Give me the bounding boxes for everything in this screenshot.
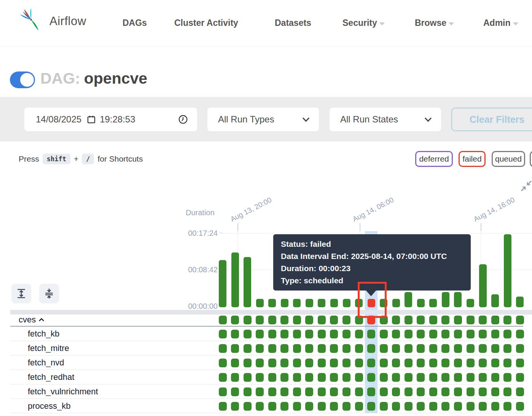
task-instance-square[interactable] — [479, 330, 487, 338]
task-instance-square[interactable] — [491, 344, 499, 353]
task-instance-square[interactable] — [516, 316, 524, 324]
task-instance-square[interactable] — [380, 387, 388, 396]
task-instance-square[interactable] — [318, 402, 326, 411]
run-duration-bar[interactable] — [442, 292, 449, 307]
task-instance-square[interactable] — [305, 402, 313, 411]
run-duration-bar[interactable] — [231, 252, 239, 307]
task-instance-square[interactable] — [342, 344, 350, 353]
task-instance-square[interactable] — [244, 373, 252, 382]
task-instance-square[interactable] — [244, 344, 252, 353]
task-instance-square[interactable] — [231, 330, 239, 338]
dag-pause-toggle[interactable] — [10, 71, 35, 88]
task-instance-square[interactable] — [318, 330, 326, 338]
task-instance-square[interactable] — [479, 344, 487, 353]
legend-badge-failed[interactable]: failed — [459, 151, 486, 167]
task-instance-square[interactable] — [342, 359, 350, 367]
task-instance-square[interactable] — [330, 387, 338, 396]
task-instance-square[interactable] — [405, 387, 413, 396]
task-instance-square[interactable] — [280, 344, 288, 353]
run-duration-bar[interactable] — [479, 264, 487, 307]
task-instance-square[interactable] — [516, 344, 524, 353]
task-instance-square[interactable] — [231, 387, 239, 396]
task-instance-square[interactable] — [231, 402, 239, 411]
airflow-logo[interactable] — [19, 5, 43, 34]
task-instance-square[interactable] — [417, 359, 425, 367]
task-instance-square[interactable] — [268, 402, 276, 411]
task-instance-square[interactable] — [318, 387, 326, 396]
task-instance-square[interactable] — [441, 316, 449, 324]
task-instance-square[interactable] — [293, 316, 301, 324]
task-instance-square[interactable] — [293, 330, 301, 338]
task-instance-square[interactable] — [417, 344, 425, 353]
task-instance-square[interactable] — [293, 344, 301, 353]
task-instance-square[interactable] — [454, 373, 462, 382]
task-instance-square[interactable] — [256, 387, 264, 396]
task-instance-square[interactable] — [491, 316, 499, 324]
task-instance-square[interactable] — [355, 387, 363, 396]
task-instance-square[interactable] — [305, 316, 313, 324]
task-instance-square[interactable] — [516, 387, 524, 396]
task-instance-square[interactable] — [280, 359, 288, 367]
task-name-fetch-vulnrichment[interactable]: fetch_vulnrichment — [28, 384, 98, 399]
task-instance-square[interactable] — [219, 330, 227, 338]
task-instance-square[interactable] — [231, 344, 239, 353]
task-instance-square[interactable] — [244, 402, 252, 411]
run-duration-bar[interactable] — [429, 299, 437, 307]
task-instance-square[interactable] — [355, 330, 363, 338]
task-instance-square[interactable] — [429, 387, 437, 396]
task-instance-square[interactable] — [467, 330, 475, 338]
task-instance-square[interactable] — [516, 330, 524, 338]
run-duration-bar[interactable] — [219, 260, 226, 307]
task-instance-square[interactable] — [280, 373, 288, 382]
run-duration-bar[interactable] — [467, 299, 474, 307]
task-instance-square[interactable] — [417, 373, 425, 382]
task-instance-square[interactable] — [429, 373, 437, 382]
task-instance-square[interactable] — [305, 373, 313, 382]
task-instance-square[interactable] — [467, 402, 475, 411]
run-duration-bar[interactable] — [491, 294, 499, 307]
task-instance-square[interactable] — [219, 359, 227, 367]
task-name-process-kb[interactable]: process_kb — [28, 399, 71, 413]
task-instance-square[interactable] — [293, 373, 301, 382]
task-instance-square[interactable] — [219, 316, 227, 324]
task-instance-square[interactable] — [503, 373, 511, 382]
run-duration-bar[interactable] — [293, 299, 301, 307]
task-instance-square[interactable] — [503, 344, 511, 353]
task-instance-square[interactable] — [342, 387, 350, 396]
task-name-fetch-mitre[interactable]: fetch_mitre — [28, 341, 69, 356]
task-instance-square[interactable] — [380, 330, 388, 338]
run-duration-bar[interactable] — [392, 299, 400, 307]
task-instance-square[interactable] — [355, 344, 363, 353]
nav-item-browse[interactable]: Browse — [415, 0, 454, 46]
run-duration-bar[interactable] — [330, 299, 338, 307]
task-instance-square[interactable] — [441, 359, 449, 367]
task-instance-square[interactable] — [256, 344, 264, 353]
task-instance-square[interactable] — [355, 402, 363, 411]
task-instance-square[interactable] — [417, 316, 425, 324]
fullscreen-toggle-icon[interactable] — [521, 180, 532, 192]
task-instance-square[interactable] — [417, 402, 425, 411]
task-instance-square[interactable] — [392, 330, 400, 338]
task-instance-square[interactable] — [503, 402, 511, 411]
task-instance-square[interactable] — [367, 387, 375, 396]
task-instance-square[interactable] — [318, 316, 326, 324]
task-instance-square[interactable] — [516, 402, 524, 411]
nav-item-cluster-activity[interactable]: Cluster Activity — [174, 0, 238, 46]
run-types-select[interactable]: All Run Types — [207, 108, 319, 131]
task-instance-square[interactable] — [256, 330, 264, 338]
task-instance-square[interactable] — [479, 373, 487, 382]
task-instance-square[interactable] — [330, 316, 338, 324]
task-instance-square[interactable] — [405, 359, 413, 367]
task-instance-square[interactable] — [244, 330, 252, 338]
task-instance-square[interactable] — [318, 373, 326, 382]
run-duration-bar[interactable] — [417, 299, 425, 307]
task-instance-square[interactable] — [454, 402, 462, 411]
task-instance-square[interactable] — [491, 359, 499, 367]
legend-badge-partial[interactable] — [530, 151, 532, 167]
task-instance-square[interactable] — [330, 359, 338, 367]
task-instance-square[interactable] — [441, 402, 449, 411]
clear-filters-button[interactable]: Clear Filters — [451, 108, 532, 131]
task-instance-square[interactable] — [491, 387, 499, 396]
task-instance-square[interactable] — [392, 402, 400, 411]
task-instance-square[interactable] — [441, 344, 449, 353]
